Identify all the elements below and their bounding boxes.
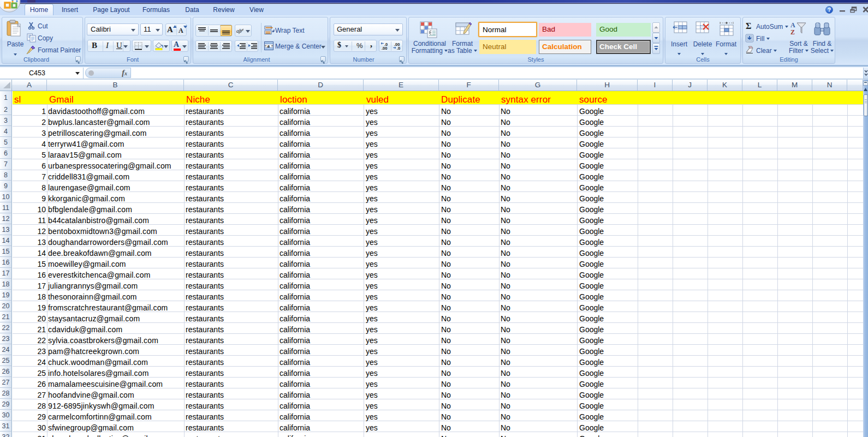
svg-text:.00: .00	[382, 46, 387, 50]
svg-text:Z: Z	[790, 28, 795, 35]
svg-text:A: A	[790, 21, 795, 29]
svg-text:.0: .0	[397, 46, 400, 50]
svg-text:a: a	[267, 43, 270, 49]
